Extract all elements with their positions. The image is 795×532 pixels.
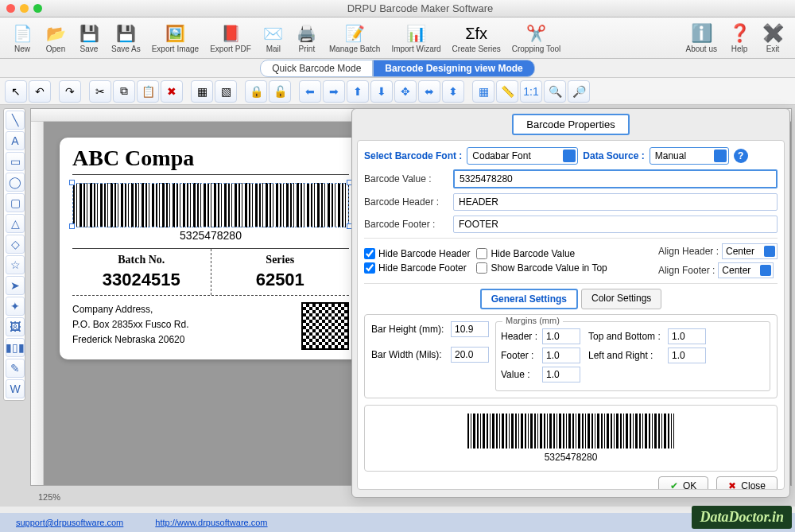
zoom-fit-icon[interactable]: 1:1	[520, 80, 542, 103]
toolbar-print[interactable]: 🖨️Print	[291, 21, 323, 55]
barcode-footer-input[interactable]	[453, 216, 778, 233]
company-title: ABC Compa	[72, 147, 349, 175]
margin-tb-input[interactable]	[668, 328, 706, 344]
text-tool-icon[interactable]: A	[6, 131, 25, 150]
bring-front-icon[interactable]: ▦	[191, 80, 213, 103]
select-icon[interactable]: ↖	[5, 80, 27, 103]
align-bottom-icon[interactable]: ⬇	[370, 80, 393, 103]
window-close[interactable]	[6, 4, 15, 13]
send-back-icon[interactable]: ▧	[215, 80, 237, 103]
help-icon[interactable]: ?	[734, 149, 748, 163]
unlock-icon[interactable]: 🔓	[269, 80, 291, 103]
align-left-icon[interactable]: ⬅	[299, 80, 321, 103]
tab-quick-mode[interactable]: Quick Barcode Mode	[260, 60, 373, 77]
qr-code[interactable]	[301, 302, 349, 350]
triangle-tool-icon[interactable]: △	[6, 214, 25, 233]
lock-icon[interactable]: 🔒	[245, 80, 267, 103]
paste-icon[interactable]: 📋	[137, 80, 159, 103]
hide-value-label: Hide Barcode Value	[491, 248, 575, 259]
close-button[interactable]: ✖Close	[716, 476, 778, 490]
toolbar-open[interactable]: 📂Open	[40, 21, 72, 55]
margin-header-input[interactable]	[542, 328, 580, 344]
show-top-label: Show Barcode Value in Top	[491, 262, 607, 274]
align-header-select[interactable]: Center	[722, 243, 778, 259]
bar-width-input[interactable]	[451, 347, 489, 363]
align-right-icon[interactable]: ➡	[323, 80, 345, 103]
font-select[interactable]: Codabar Font	[467, 147, 578, 165]
distribute-icon[interactable]: ⬍	[442, 80, 464, 103]
toolbar-saveas[interactable]: 💾Save As	[107, 21, 145, 55]
preview-value: 5325478280	[373, 452, 769, 463]
hide-footer-checkbox[interactable]	[364, 262, 375, 274]
barcode-value-text: 5325478280	[72, 229, 349, 242]
ellipse-tool-icon[interactable]: ◯	[6, 173, 25, 192]
toolbar-crop[interactable]: ✂️Cropping Tool	[507, 21, 566, 55]
hide-header-label: Hide Barcode Header	[378, 248, 470, 259]
diamond-tool-icon[interactable]: ◇	[6, 235, 25, 254]
hide-header-checkbox[interactable]	[364, 248, 375, 259]
barcode-header-input[interactable]	[453, 193, 778, 211]
margin-lr-input[interactable]	[668, 348, 706, 363]
image-tool-icon[interactable]: 🖼	[6, 317, 25, 336]
toolbar-exportimg[interactable]: 🖼️Export Image	[147, 21, 204, 55]
address-line2: Frederick Nebraska 20620	[72, 332, 301, 348]
barcode-value-input[interactable]	[453, 169, 778, 188]
window-maximize[interactable]	[33, 4, 42, 13]
align-top-icon[interactable]: ⬆	[347, 80, 369, 103]
font-label: Select Barcode Font :	[364, 150, 462, 161]
ruler-icon[interactable]: 📏	[496, 80, 518, 103]
align-center-icon[interactable]: ✥	[394, 80, 417, 103]
undo-icon[interactable]: ↶	[29, 80, 51, 103]
tab-color-settings[interactable]: Color Settings	[581, 289, 661, 309]
toolbar-help[interactable]: ❓Help	[723, 21, 755, 55]
cut-icon[interactable]: ✂	[89, 80, 111, 103]
bar-height-input[interactable]	[451, 321, 489, 337]
label-card[interactable]: ABC Compa 5325478280 Batch No. 33024515	[60, 138, 362, 359]
margin-value-input[interactable]	[542, 367, 580, 382]
barwidth-label: Bar Width (Mils):	[371, 349, 448, 360]
m-value-label: Value :	[501, 369, 539, 380]
hide-value-checkbox[interactable]	[476, 248, 487, 259]
margins-legend: Margins (mm)	[502, 316, 563, 325]
watermark: DataDoctor.in	[692, 506, 792, 529]
window-minimize[interactable]	[20, 4, 29, 13]
zoom-out-icon[interactable]: 🔎	[568, 80, 590, 103]
toolbar-managebatch[interactable]: 📝Manage Batch	[324, 21, 386, 55]
line-tool-icon[interactable]: ╲	[6, 111, 25, 130]
roundrect-tool-icon[interactable]: ▢	[6, 193, 25, 212]
toolbar-mail[interactable]: ✉️Mail	[258, 21, 289, 55]
toolbar-exit[interactable]: ✖️Exit	[757, 21, 789, 55]
bvalue-label: Barcode Value :	[364, 173, 448, 184]
toolbar-createseries[interactable]: ΣfxCreate Series	[448, 21, 506, 55]
toolbar-save[interactable]: 💾Save	[73, 21, 105, 55]
tab-design-mode[interactable]: Barcode Designing view Mode	[373, 60, 534, 77]
zoom-level[interactable]: 125%	[30, 491, 68, 503]
ok-button[interactable]: ✔OK	[658, 476, 708, 490]
address-title: Company Address,	[72, 302, 301, 317]
barcode-tool-icon[interactable]: ▮▯▮	[6, 338, 25, 357]
redo-icon[interactable]: ↷	[59, 80, 81, 103]
align-middle-icon[interactable]: ⬌	[418, 80, 440, 103]
grid-icon[interactable]: ▦	[472, 80, 494, 103]
support-link[interactable]: support@drpusoftware.com	[16, 518, 123, 527]
watermark-tool-icon[interactable]: W	[6, 379, 25, 398]
toolbar-importwiz[interactable]: 📊Import Wizard	[386, 21, 445, 55]
burst-tool-icon[interactable]: ✦	[6, 297, 25, 316]
tab-general-settings[interactable]: General Settings	[480, 289, 578, 309]
toolbar-exportpdf[interactable]: 📕Export PDF	[205, 21, 256, 55]
signature-tool-icon[interactable]: ✎	[6, 359, 25, 378]
barcode-graphic[interactable]	[72, 183, 349, 227]
star-tool-icon[interactable]: ☆	[6, 255, 25, 274]
datasource-select[interactable]: Manual	[650, 147, 729, 165]
copy-icon[interactable]: ⧉	[113, 80, 135, 103]
zoom-in-icon[interactable]: 🔍	[544, 80, 566, 103]
arrow-tool-icon[interactable]: ➤	[6, 276, 25, 295]
delete-icon[interactable]: ✖	[161, 80, 183, 103]
align-footer-select[interactable]: Center	[718, 262, 774, 278]
show-top-checkbox[interactable]	[476, 262, 487, 274]
website-link[interactable]: http://www.drpusoftware.com	[155, 518, 267, 527]
margin-footer-input[interactable]	[542, 348, 580, 363]
rect-tool-icon[interactable]: ▭	[6, 152, 25, 171]
toolbar-about[interactable]: ℹ️About us	[681, 21, 722, 55]
toolbar-new[interactable]: 📄New	[6, 21, 38, 55]
